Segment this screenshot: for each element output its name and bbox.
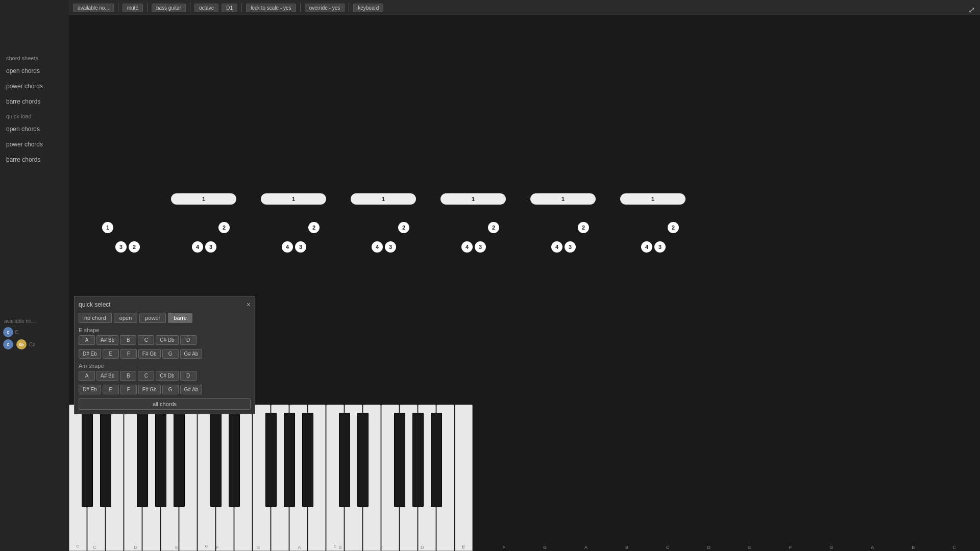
barre-bar-3: 1: [351, 193, 416, 205]
piano-label-0: C: [93, 545, 96, 550]
sidebar-item-open-chords-1[interactable]: open chords: [0, 63, 69, 79]
qs-am-GAb[interactable]: G# Ab: [180, 385, 203, 394]
piano-label-21: C: [952, 545, 956, 550]
qs-e-C[interactable]: C: [138, 335, 154, 345]
barre-bar-2: 1: [261, 193, 326, 205]
override-button[interactable]: override - yes: [305, 4, 345, 12]
am-shape-label: Am shape: [79, 363, 251, 369]
piano-label-3: F: [216, 545, 219, 550]
piano-black-key-3[interactable]: [137, 413, 148, 507]
sidebar-item-power-chords-2[interactable]: power chords: [0, 137, 69, 152]
qs-e-FGb[interactable]: F# Gb: [138, 349, 161, 359]
bass-guitar-button[interactable]: bass guitar: [152, 4, 186, 12]
available-notes-label: available no...: [0, 316, 69, 326]
transport-bar: available no... mute bass guitar octave …: [69, 0, 980, 15]
piano-black-key-5[interactable]: [174, 413, 185, 507]
qs-am-C[interactable]: C: [138, 371, 154, 381]
finger-dot-0-4-2: 2: [129, 241, 140, 253]
qs-e-A[interactable]: A: [79, 335, 95, 345]
qs-e-E[interactable]: E: [103, 349, 119, 359]
sidebar-item-power-chords-1[interactable]: power chords: [0, 79, 69, 94]
qs-barre-btn[interactable]: barre: [168, 313, 192, 323]
qs-e-CDb[interactable]: C# Db: [156, 335, 178, 345]
avail-note-gb[interactable]: G♭: [16, 339, 27, 349]
piano-black-key-12[interactable]: [302, 413, 313, 507]
e-shape-row1: A A# Bb B C C# Db D: [79, 335, 251, 345]
finger-dot-2-3-2: 3: [295, 241, 306, 253]
qs-e-GAb[interactable]: G# Ab: [180, 349, 203, 359]
sidebar-item-open-chords-2[interactable]: open chords: [0, 121, 69, 137]
piano-black-key-8[interactable]: [229, 413, 240, 507]
piano-label-10: F: [502, 545, 505, 550]
keyboard-button[interactable]: keyboard: [353, 4, 383, 12]
qs-e-F[interactable]: F: [120, 349, 137, 359]
mute-button[interactable]: mute: [122, 4, 143, 12]
barre-bar-4: 1: [440, 193, 506, 205]
qs-no-chord-btn[interactable]: no chord: [79, 313, 112, 323]
qs-am-F[interactable]: F: [120, 385, 137, 394]
qs-am-FGb[interactable]: F# Gb: [138, 385, 161, 394]
piano-black-key-15[interactable]: [357, 413, 369, 507]
qs-am-DEb[interactable]: D# Eb: [79, 385, 101, 394]
qs-am-ABb[interactable]: A# Bb: [96, 371, 118, 381]
separator-3: [190, 3, 190, 12]
separator-2: [147, 3, 148, 12]
am-shape-row2: D# Eb E F F# Gb G G# Ab: [79, 385, 251, 394]
piano-black-key-7[interactable]: [210, 413, 222, 507]
piano-black-key-4[interactable]: [155, 413, 166, 507]
piano-black-key-0[interactable]: [82, 413, 93, 507]
finger-dot-4-2-2: 4: [461, 241, 473, 253]
octave-value-button[interactable]: D1: [222, 4, 237, 12]
finger-dot-3-3-2: 3: [385, 241, 396, 253]
all-chords-button[interactable]: all chords: [79, 398, 251, 410]
piano-label-1: D: [134, 545, 137, 550]
piano-label-9: E: [461, 545, 464, 550]
avail-row-1: C C: [0, 326, 69, 338]
fullscreen-icon[interactable]: ⤢: [968, 5, 975, 15]
avail-note-c2[interactable]: C: [3, 339, 13, 349]
lock-to-scale-button[interactable]: lock to scale - yes: [246, 4, 296, 12]
qs-e-DEb[interactable]: D# Eb: [79, 349, 101, 359]
quick-select-close[interactable]: ×: [247, 300, 251, 309]
piano-white-key-21[interactable]: C: [455, 405, 473, 551]
finger-dot-3-2-2: 4: [372, 241, 383, 253]
piano-black-key-19[interactable]: [431, 413, 442, 507]
qs-am-B[interactable]: B: [120, 371, 136, 381]
qs-open-btn[interactable]: open: [114, 313, 137, 323]
available-notes-button[interactable]: available no...: [73, 4, 114, 12]
qs-e-D[interactable]: D: [180, 335, 197, 345]
piano-label-19: A: [871, 545, 874, 550]
piano-black-key-1[interactable]: [100, 413, 111, 507]
piano-black-key-10[interactable]: [265, 413, 277, 507]
qs-e-B[interactable]: B: [120, 335, 136, 345]
qs-e-G[interactable]: G: [162, 349, 179, 359]
piano-label-6: B: [338, 545, 341, 550]
octave-button[interactable]: octave: [194, 4, 218, 12]
sidebar-section-quickload: quick load: [0, 109, 69, 121]
avail-note-c[interactable]: C: [3, 327, 13, 337]
qs-am-D[interactable]: D: [180, 371, 197, 381]
piano-black-key-18[interactable]: [412, 413, 424, 507]
quick-select-title: quick select: [79, 301, 111, 308]
sidebar-item-barre-chords-2[interactable]: barre chords: [0, 152, 69, 167]
qs-am-CDb[interactable]: C# Db: [156, 371, 178, 381]
sidebar-item-barre-chords-1[interactable]: barre chords: [0, 94, 69, 109]
qs-am-G[interactable]: G: [162, 385, 179, 394]
piano-label-14: C: [666, 545, 670, 550]
piano-black-key-11[interactable]: [284, 413, 295, 507]
piano-label-8: D: [421, 545, 424, 550]
sidebar: chord sheets open chords power chords ba…: [0, 0, 69, 316]
qs-am-A[interactable]: A: [79, 371, 95, 381]
qs-power-btn[interactable]: power: [139, 313, 166, 323]
separator-1: [118, 3, 118, 12]
piano-label-20: B: [912, 545, 915, 550]
finger-dot-2-2-2: 4: [282, 241, 293, 253]
quick-select-type-buttons: no chord open power barre: [79, 313, 251, 323]
qs-am-E[interactable]: E: [103, 385, 119, 394]
available-notes-panel: available no... C C C G♭ C♯: [0, 316, 69, 551]
quick-select-popup: quick select × no chord open power barre…: [74, 296, 255, 414]
piano-label-17: F: [789, 545, 792, 550]
qs-e-ABb[interactable]: A# Bb: [96, 335, 118, 345]
piano-black-key-17[interactable]: [394, 413, 405, 507]
piano-black-key-14[interactable]: [339, 413, 350, 507]
